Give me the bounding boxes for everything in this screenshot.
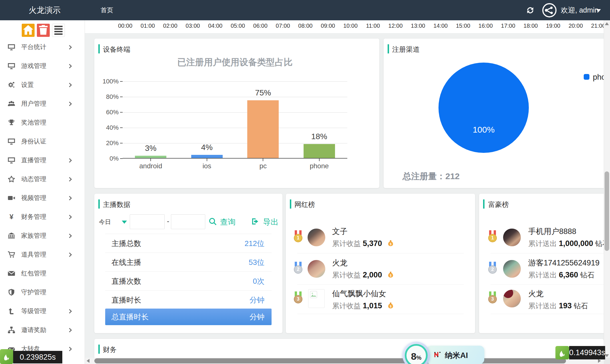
avatar[interactable] (308, 260, 325, 278)
sidebar-item-label: 动态管理 (21, 170, 46, 189)
scroll-left-icon[interactable] (87, 359, 89, 363)
panel-accent-bar (290, 199, 291, 209)
chevron-down-icon[interactable] (122, 221, 127, 224)
sidebar-item-12[interactable]: 红包管理 (0, 264, 81, 283)
time-axis-tick: 20:00 (564, 23, 587, 29)
avatar[interactable] (503, 229, 521, 246)
search-button[interactable]: 查询 (220, 217, 236, 227)
influencer-name[interactable]: 仙气飘飘小仙女 (332, 289, 386, 299)
rich-user-sent: 累计送出 193 钻石 (528, 301, 588, 311)
sidebar-item-label: 设置 (21, 75, 34, 94)
sidebar-item-7[interactable]: 动态管理 (0, 170, 81, 189)
avatar[interactable] (503, 290, 521, 307)
refresh-icon[interactable] (525, 5, 535, 15)
stat-row-highlighted[interactable]: 总直播时长 分钟 (105, 309, 272, 325)
sidebar-item-10[interactable]: 家族管理 (0, 226, 81, 245)
avatar[interactable] (503, 260, 521, 278)
x-tick-mark (319, 159, 320, 161)
sidebar-item-label: 家族管理 (21, 226, 46, 245)
welcome-user-menu[interactable]: 欢迎, admin (561, 0, 599, 20)
sidebar-item-2[interactable]: 设置 (0, 75, 81, 94)
time-axis-tick: 15:00 (452, 23, 475, 29)
rich-user-name[interactable]: 游客1741255624919 (528, 258, 599, 268)
silver-medal-icon: 2 (488, 262, 497, 274)
rich-user-name[interactable]: 火龙 (528, 289, 544, 299)
sidebar-item-3[interactable]: 用户管理 (0, 94, 81, 113)
influencer-income: 累计收益 2,000 $ (332, 270, 394, 280)
sidebar-item-8[interactable]: 视频管理 (0, 189, 81, 207)
date-range-select[interactable]: 今日 (99, 218, 111, 226)
influencer-name[interactable]: 火龙 (332, 258, 348, 268)
scroll-right-icon[interactable] (598, 359, 601, 363)
sidebar-item-11[interactable]: 道具管理 (0, 245, 81, 264)
chevron-right-icon (67, 347, 72, 351)
stat-value: 212位 (245, 234, 264, 253)
sidebar-item-label: 游戏管理 (21, 57, 46, 75)
x-category-label: phone (291, 162, 348, 170)
nav-home-link[interactable]: 首页 (101, 0, 113, 20)
export-button[interactable]: 导出 (263, 217, 278, 227)
sidebar-item-1[interactable]: 游戏管理 (0, 57, 81, 75)
pie-slice-label: 100% (438, 125, 529, 135)
scroll-up-icon[interactable] (605, 22, 609, 25)
home-button[interactable] (22, 24, 35, 37)
legend-swatch (584, 74, 589, 80)
trash-button[interactable] (37, 24, 50, 37)
share-network-icon[interactable] (542, 3, 557, 18)
stat-label: 在线主播 (111, 253, 141, 272)
chevron-right-icon (67, 328, 72, 333)
nami-ai-label: 纳米AI (445, 350, 468, 361)
vertical-scrollbar-thumb[interactable] (605, 171, 609, 251)
sidebar-item-14[interactable]: 等级管理 (0, 302, 81, 321)
time-axis-tick: 17:00 (497, 23, 520, 29)
desktop-icon (7, 156, 15, 164)
search-icon[interactable] (208, 217, 217, 226)
stat-value: 分钟 (250, 309, 264, 325)
pie-chart: 100% (438, 63, 529, 153)
bar-ios (191, 155, 223, 158)
sidebar-item-6[interactable]: 直播管理 (0, 151, 81, 170)
sidebar: 平台统计游戏管理设置用户管理奖池管理身份认证直播管理动态管理视频管理¥财务管理家… (0, 20, 85, 364)
influencer-income: 累计收益 5,370 $ (332, 239, 394, 248)
avatar[interactable] (308, 229, 325, 246)
gears-icon (7, 81, 15, 89)
level-up-icon (7, 307, 15, 315)
scroll-down-icon[interactable] (605, 354, 609, 357)
sidebar-item-label: 身份认证 (21, 132, 46, 151)
sidebar-item-13[interactable]: 守护管理 (0, 283, 81, 302)
bar-chart-title: 已注册用户使用设备类型占比 (123, 56, 347, 68)
panel-title: 设备终端 (103, 45, 130, 54)
rich-user-name[interactable]: 手机用户8888 (528, 226, 576, 237)
panel-title: 注册渠道 (392, 45, 420, 54)
list-button[interactable] (52, 24, 65, 37)
yen-icon: ¥ (7, 213, 15, 221)
bar-value-label: 4% (179, 143, 235, 152)
home-icon (22, 23, 35, 37)
influencer-name[interactable]: 文子 (332, 226, 348, 237)
sidebar-item-0[interactable]: 平台统计 (0, 38, 81, 57)
date-end-input[interactable] (171, 214, 205, 229)
bar-chart-plot: 0%20%40%60%80%100%3%android4%ios75%pc18%… (123, 81, 347, 159)
sidebar-item-label: 邀请奖励 (21, 321, 46, 339)
time-axis-tick: 05:00 (226, 23, 249, 29)
chevron-right-icon (67, 309, 72, 314)
sidebar-menu: 平台统计游戏管理设置用户管理奖池管理身份认证直播管理动态管理视频管理¥财务管理家… (0, 38, 81, 358)
panel-device-terminal: 设备终端 已注册用户使用设备类型占比 0%20%40%60%80%100%3%a… (94, 39, 379, 188)
chevron-right-icon (67, 234, 72, 238)
sidebar-item-15[interactable]: 邀请奖励 (0, 321, 81, 339)
time-axis-tick: 00:00 (114, 23, 137, 29)
money-bag-icon: $ (387, 271, 394, 279)
chevron-right-icon (67, 177, 72, 182)
sidebar-item-label: 用户管理 (21, 94, 46, 113)
horizontal-scrollbar-thumb[interactable] (94, 358, 566, 363)
sidebar-item-4[interactable]: 奖池管理 (0, 113, 81, 132)
sidebar-item-5[interactable]: 身份认证 (0, 132, 81, 151)
export-icon[interactable] (251, 217, 260, 226)
nami-ai-pill[interactable]: 纳米AI (426, 346, 484, 364)
desktop-icon (7, 62, 15, 70)
time-axis-tick: 08:00 (294, 23, 317, 29)
row-divider (297, 284, 464, 285)
sidebar-item-9[interactable]: ¥财务管理 (0, 207, 81, 226)
date-start-input[interactable] (130, 214, 165, 229)
chevron-down-icon[interactable] (596, 9, 601, 12)
